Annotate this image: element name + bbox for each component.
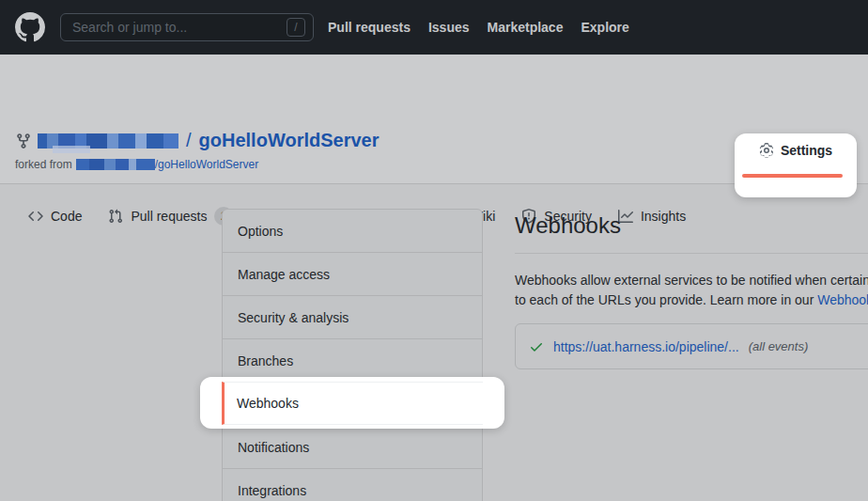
title-divider xyxy=(515,253,868,254)
pull-request-icon xyxy=(108,209,123,224)
tab-label: Settings xyxy=(781,143,832,158)
sidebar-item-notifications[interactable]: Notifications xyxy=(223,426,482,469)
upstream-repo-link[interactable]: /goHelloWorldServer xyxy=(155,158,259,171)
redacted-upstream-owner xyxy=(76,159,155,170)
repo-separator: / xyxy=(186,130,192,151)
sidebar-item-options[interactable]: Options xyxy=(223,210,482,253)
tab-label: Pull requests xyxy=(131,209,207,224)
tab-code[interactable]: Code xyxy=(15,193,95,239)
forked-from-label: forked from xyxy=(15,158,72,171)
sidebar-item-integrations[interactable]: Integrations xyxy=(223,469,482,501)
webhooks-description-line2: to each of the URLs you provide. Learn m… xyxy=(515,292,868,307)
code-icon xyxy=(28,209,43,224)
sidebar-item-security-analysis[interactable]: Security & analysis xyxy=(223,296,482,339)
nav-issues[interactable]: Issues xyxy=(428,20,470,35)
repo-name-link[interactable]: goHelloWorldServer xyxy=(199,130,380,151)
check-icon xyxy=(529,339,544,354)
settings-tab-spotlight: Settings xyxy=(735,133,857,197)
slash-shortcut-key: / xyxy=(287,18,305,37)
tab-label: Insights xyxy=(641,209,686,224)
gear-icon xyxy=(759,143,774,158)
redacted-owner-blur xyxy=(53,146,90,153)
webhook-entry: https://uat.harness.io/pipeline/... (all… xyxy=(515,323,868,369)
search-input[interactable]: Search or jump to... / xyxy=(60,13,314,41)
page-title: Webhooks xyxy=(515,212,621,239)
sidebar-item-manage-access[interactable]: Manage access xyxy=(223,253,482,296)
webhooks-guide-link[interactable]: Webhooks Guide. xyxy=(817,292,868,307)
description-prefix: to each of the URLs you provide. Learn m… xyxy=(515,292,817,307)
tab-label: Code xyxy=(51,209,82,224)
sidebar-item-webhooks[interactable]: Webhooks xyxy=(222,382,483,425)
top-header: Search or jump to... / Pull requests Iss… xyxy=(0,0,868,55)
search-placeholder: Search or jump to... xyxy=(61,20,287,35)
nav-marketplace[interactable]: Marketplace xyxy=(488,20,564,35)
forked-from-row: forked from /goHelloWorldServer xyxy=(15,158,258,171)
active-tab-underline xyxy=(742,174,843,178)
github-logo-icon[interactable] xyxy=(15,12,45,42)
github-settings-page: Search or jump to... / Pull requests Iss… xyxy=(0,0,868,501)
header-nav: Pull requests Issues Marketplace Explore xyxy=(328,0,629,55)
settings-sidebar: Options Manage access Security & analysi… xyxy=(222,209,483,501)
webhook-events-label: (all events) xyxy=(749,339,809,353)
repo-forked-icon xyxy=(15,133,32,149)
tab-settings[interactable]: Settings xyxy=(735,143,857,158)
webhooks-description-line1: Webhooks allow external services to be n… xyxy=(515,273,868,288)
nav-pull-requests[interactable]: Pull requests xyxy=(328,20,411,35)
nav-explore[interactable]: Explore xyxy=(581,20,628,35)
webhook-url-link[interactable]: https://uat.harness.io/pipeline/... xyxy=(553,339,739,354)
webhooks-item-spotlight: Webhooks xyxy=(200,377,504,429)
